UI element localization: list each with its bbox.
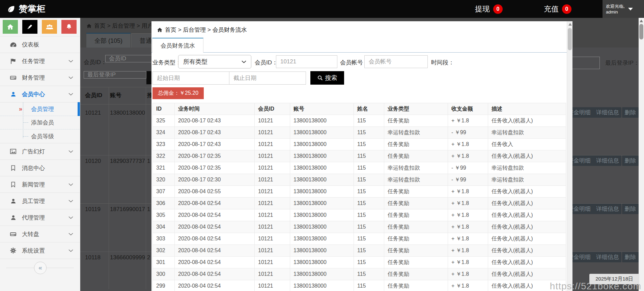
sidebar-item-label: 系统设置 — [22, 247, 45, 255]
sidebar-item-大转盘[interactable]: 大转盘 — [0, 226, 80, 242]
sidebar-item-仪表板[interactable]: 仪表板 — [0, 36, 80, 53]
table-cell: + ￥1.8 — [448, 209, 488, 221]
sidebar-item-任务管理[interactable]: 任务管理 — [0, 53, 80, 69]
sidebar-collapse-button[interactable]: « — [34, 262, 47, 274]
sidebar-subitem-会员管理[interactable]: »会员管理 — [0, 103, 80, 116]
business-type-select[interactable]: 所有类型 — [178, 55, 251, 68]
bg-cell-member-id: 10119 — [85, 206, 101, 213]
sidebar-item-label: 大转盘 — [22, 230, 39, 238]
total-commission-badge: 总佣金：￥25.20 — [152, 87, 204, 99]
last-ip-filter-input[interactable] — [84, 71, 146, 79]
scrollbar-thumb[interactable] — [568, 28, 572, 50]
table-row: 3202020-08-17 02:301012113800138000115幸运… — [153, 174, 566, 186]
admin-username: admin — [606, 9, 625, 15]
window-scrollbar[interactable] — [639, 18, 644, 291]
sidebar-item-代理管理[interactable]: 代理管理 — [0, 209, 80, 226]
table-cell: 115 — [354, 257, 384, 268]
sidebar-menu: 仪表板任务管理财务管理会员中心»会员管理添加会员会员等级广告幻灯消息中心新闻管理… — [0, 36, 80, 259]
sidebar-item-label: 员工管理 — [22, 197, 45, 205]
start-date-input[interactable] — [152, 71, 229, 85]
member-id-input[interactable] — [276, 55, 337, 68]
user-icon — [9, 198, 17, 204]
row-action-详细信息[interactable]: 详细信息 — [594, 107, 621, 118]
table-header-row: ID业务时间会员ID账号姓名业务类型收支金额描述 — [153, 103, 566, 115]
table-cell: 10121 — [255, 245, 290, 257]
row-action-详细信息[interactable]: 详细信息 — [594, 155, 621, 166]
table-cell: 幸运转盘扣款 — [488, 174, 566, 186]
chevron-down-icon — [68, 183, 73, 186]
home-shortcut-button[interactable] — [3, 20, 18, 34]
row-action-详细信息[interactable]: 详细信息 — [594, 204, 621, 214]
active-arrow-icon: » — [19, 106, 22, 113]
sidebar-item-label: 会员中心 — [22, 90, 45, 98]
sidebar-item-label: 仪表板 — [22, 41, 39, 49]
table-cell: 13800138000 — [290, 245, 354, 257]
flag-icon — [9, 58, 17, 64]
scroll-up-arrow-icon[interactable] — [640, 20, 643, 22]
table-cell: 307 — [153, 186, 175, 198]
row-action-删除[interactable]: 删除 — [622, 204, 639, 214]
recharge-count-badge: 0 — [562, 4, 571, 14]
pencil-shortcut-button[interactable] — [22, 20, 37, 34]
row-action-删除[interactable]: 删除 — [622, 252, 639, 262]
scroll-up-arrow-icon[interactable] — [568, 23, 572, 26]
bg-cell-account: 18290377737 — [110, 158, 145, 165]
table-cell: - ￥99 — [448, 162, 488, 174]
sidebar-item-新闻管理[interactable]: 新闻管理 — [0, 176, 80, 193]
column-header: ID — [153, 103, 175, 115]
table-cell: 115 — [354, 221, 384, 233]
sidebar-subitem-会员等级[interactable]: 会员等级 — [0, 129, 80, 143]
tab-member-finance-flow[interactable]: 会员财务流水 — [152, 38, 203, 53]
divider — [146, 87, 146, 289]
table-cell: + ￥1.8 — [448, 198, 488, 209]
chevron-down-icon — [68, 150, 73, 153]
account-input[interactable] — [364, 55, 428, 68]
member-id-filter-label: 会员ID： — [84, 58, 107, 66]
drive-icon — [9, 74, 17, 81]
table-cell: 幸运转盘扣款 — [384, 162, 448, 174]
table-cell: 任务收入(机器人) — [488, 233, 566, 245]
table-cell: 2020-08-17 02:35 — [175, 150, 255, 162]
table-row: 3052020-08-04 02:541012113800138000115任务… — [153, 209, 566, 221]
modal-scrollbar[interactable] — [567, 21, 572, 291]
table-cell: 324 — [153, 127, 175, 139]
table-cell: 2020-08-17 02:43 — [175, 115, 255, 127]
table-cell: 115 — [354, 162, 384, 174]
sidebar-item-员工管理[interactable]: 员工管理 — [0, 193, 80, 209]
bg-cell-member-id: 10118 — [85, 254, 101, 261]
withdraw-menu[interactable]: 提现 0 — [475, 0, 503, 18]
column-header: 会员ID — [255, 103, 290, 115]
bg-cell-account: 18716990017 — [110, 206, 145, 213]
row-action-删除[interactable]: 删除 — [622, 155, 639, 166]
row-action-详细信息[interactable]: 详细信息 — [594, 252, 621, 262]
bell-shortcut-button[interactable] — [61, 20, 77, 34]
search-button[interactable]: 搜索 — [310, 71, 344, 85]
brand[interactable]: 赞掌柜 — [7, 0, 45, 18]
table-cell: 13800138000 — [290, 198, 354, 209]
sidebar-item-系统设置[interactable]: 系统设置 — [0, 242, 80, 259]
brand-title: 赞掌柜 — [19, 3, 45, 15]
sidebar-item-广告幻灯[interactable]: 广告幻灯 — [0, 143, 80, 159]
sidebar-item-财务管理[interactable]: 财务管理 — [0, 69, 80, 86]
recharge-menu[interactable]: 充值 0 — [544, 0, 571, 18]
row-action-删除[interactable]: 删除 — [622, 107, 639, 118]
sidebar-item-消息中心[interactable]: 消息中心 — [0, 159, 80, 176]
image-icon — [9, 148, 17, 155]
sidebar-item-会员中心[interactable]: 会员中心 — [0, 86, 80, 102]
scrollbar-thumb[interactable] — [639, 24, 643, 39]
background-tab-0[interactable]: 全部 (105) — [86, 33, 131, 48]
table-cell: 2020-08-17 02:30 — [175, 174, 255, 186]
withdraw-label: 提现 — [475, 4, 490, 14]
welcome-text: 欢迎光临, — [606, 3, 625, 9]
table-cell: 115 — [354, 115, 384, 127]
member-id-filter-input[interactable] — [105, 55, 152, 62]
member-id-label: 会员ID： — [255, 59, 278, 66]
users-shortcut-button[interactable] — [42, 20, 57, 34]
end-date-input[interactable] — [229, 71, 306, 85]
table-cell: 任务收入(机器人) — [488, 209, 566, 221]
table-cell: 2020-08-04 02:54 — [175, 198, 255, 209]
divider — [109, 87, 109, 289]
admin-user-menu[interactable]: 欢迎光临, admin — [603, 0, 644, 18]
caret-down-icon — [628, 8, 633, 10]
sidebar-subitem-添加会员[interactable]: 添加会员 — [0, 116, 80, 129]
